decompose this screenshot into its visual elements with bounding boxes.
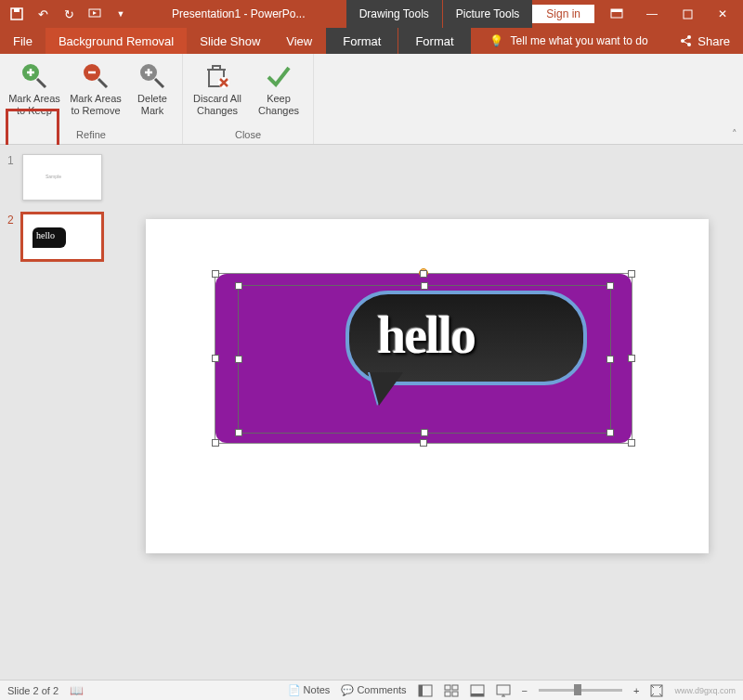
thumbnail-2-number: 2 (7, 214, 17, 260)
svg-rect-21 (471, 694, 484, 696)
crop-handle-tl[interactable] (235, 282, 242, 290)
tell-me-label: Tell me what you want to do (511, 34, 648, 47)
save-icon[interactable] (6, 3, 28, 25)
contextual-tab-headers: Drawing Tools Picture Tools (345, 0, 533, 28)
discard-label: Discard All Changes (190, 93, 244, 117)
window-title: Presentation1 - PowerPo... (132, 7, 345, 20)
selection-handle-bl[interactable] (212, 439, 219, 447)
crop-handle-tr[interactable] (606, 282, 614, 290)
tab-slide-show[interactable]: Slide Show (187, 28, 273, 54)
crop-handle-t[interactable] (421, 282, 428, 290)
delete-mark-button[interactable]: Delete Mark (130, 58, 175, 129)
selection-handle-br[interactable] (628, 439, 635, 447)
notes-button[interactable]: 📄 Notes (288, 684, 331, 696)
reading-view-icon[interactable] (470, 684, 485, 697)
crop-handle-l[interactable] (235, 356, 242, 363)
thumbnail-1-preview: Sample (22, 154, 102, 201)
slide-sorter-view-icon[interactable] (444, 684, 459, 697)
crop-handle-br[interactable] (606, 429, 614, 436)
sign-in-button[interactable]: Sign in (532, 5, 594, 23)
selection-handle-l[interactable] (212, 355, 219, 362)
slide-canvas-area[interactable]: hello (111, 145, 743, 680)
selection-handle-b[interactable] (420, 439, 427, 447)
mark-areas-to-keep-button[interactable]: Mark Areas to Keep (7, 58, 61, 129)
delete-mark-label: Delete Mark (130, 93, 175, 117)
mark-keep-icon (20, 61, 49, 91)
status-bar: Slide 2 of 2 📖 📄 Notes 💬 Comments − + ww… (0, 680, 743, 700)
svg-rect-1 (14, 8, 20, 12)
svg-rect-5 (684, 10, 692, 19)
selection-handle-t[interactable] (420, 270, 427, 278)
crop-handle-b[interactable] (421, 429, 428, 436)
undo-icon[interactable]: ↶ (32, 3, 54, 25)
discard-icon (202, 61, 232, 91)
thumbnail-2-preview: hello (22, 214, 102, 260)
zoom-out-button[interactable]: − (522, 685, 528, 696)
svg-rect-18 (445, 692, 450, 696)
selection-handle-r[interactable] (628, 355, 635, 362)
tab-view[interactable]: View (273, 28, 325, 54)
ribbon-group-refine: Mark Areas to Keep Mark Areas to Remove … (0, 54, 183, 144)
ribbon-display-options-icon[interactable] (604, 4, 630, 24)
svg-rect-19 (452, 692, 458, 696)
tab-file[interactable]: File (0, 28, 46, 54)
collapse-ribbon-icon[interactable]: ˄ (732, 128, 737, 140)
normal-view-icon[interactable] (418, 684, 433, 697)
slide-counter[interactable]: Slide 2 of 2 (7, 685, 59, 696)
tab-format-drawing[interactable]: Format (326, 28, 398, 54)
share-icon (679, 34, 692, 47)
picture-tools-header: Picture Tools (443, 0, 532, 28)
thumbnail-2[interactable]: 2 hello (7, 214, 104, 260)
delete-mark-icon (137, 61, 167, 91)
selection-handle-tl[interactable] (212, 270, 219, 278)
mark-keep-label: Mark Areas to Keep (7, 93, 61, 117)
picture-selection[interactable]: hello (215, 273, 632, 444)
quick-access-toolbar: ↶ ↻ ▼ (0, 3, 132, 25)
mark-remove-icon (81, 61, 111, 91)
slide[interactable]: hello (146, 219, 709, 553)
thumbnail-1[interactable]: 1 Sample (7, 154, 104, 201)
mark-remove-label: Mark Areas to Remove (69, 93, 123, 117)
keep-changes-button[interactable]: Keep Changes (252, 58, 306, 129)
comments-button[interactable]: 💬 Comments (341, 684, 406, 696)
crop-handle-bl[interactable] (235, 429, 242, 436)
maximize-button[interactable] (674, 4, 700, 24)
ribbon: Mark Areas to Keep Mark Areas to Remove … (0, 54, 743, 145)
crop-marquee[interactable] (238, 285, 611, 434)
ribbon-group-close: Discard All Changes Keep Changes Close (183, 54, 314, 144)
keep-label: Keep Changes (252, 93, 306, 117)
drawing-tools-header: Drawing Tools (346, 0, 442, 28)
svg-rect-4 (611, 9, 622, 12)
share-label: Share (697, 34, 730, 48)
lightbulb-icon: 💡 (489, 34, 503, 47)
svg-rect-22 (497, 685, 510, 694)
workspace: 1 Sample 2 hello hello (0, 145, 743, 680)
tab-format-picture[interactable]: Format (398, 28, 470, 54)
svg-rect-16 (445, 685, 450, 690)
slide-thumbnails-panel[interactable]: 1 Sample 2 hello (0, 145, 111, 680)
thumbnail-1-number: 1 (7, 154, 17, 201)
selection-handle-tr[interactable] (628, 270, 635, 278)
mark-areas-to-remove-button[interactable]: Mark Areas to Remove (69, 58, 123, 129)
discard-all-changes-button[interactable]: Discard All Changes (190, 58, 244, 129)
close-group-label: Close (235, 129, 261, 142)
redo-icon[interactable]: ↻ (58, 3, 80, 25)
share-button[interactable]: Share (666, 28, 743, 54)
refine-group-label: Refine (76, 129, 106, 142)
ribbon-tabs: File Background Removal Slide Show View … (0, 28, 743, 54)
spellcheck-icon[interactable]: 📖 (70, 684, 84, 697)
minimize-button[interactable]: — (639, 4, 665, 24)
svg-rect-17 (452, 685, 458, 690)
tab-background-removal[interactable]: Background Removal (46, 28, 187, 54)
start-slideshow-icon[interactable] (84, 3, 106, 25)
tell-me-search[interactable]: 💡 Tell me what you want to do (489, 28, 648, 54)
fit-to-window-icon[interactable] (650, 684, 663, 697)
slideshow-view-icon[interactable] (496, 684, 511, 697)
qat-customize-icon[interactable]: ▼ (110, 3, 132, 25)
svg-rect-15 (419, 685, 423, 696)
title-bar: ↶ ↻ ▼ Presentation1 - PowerPo... Drawing… (0, 0, 743, 28)
crop-handle-r[interactable] (606, 356, 614, 363)
zoom-in-button[interactable]: + (633, 685, 639, 696)
zoom-slider[interactable] (539, 689, 622, 692)
close-button[interactable]: ✕ (710, 4, 736, 24)
